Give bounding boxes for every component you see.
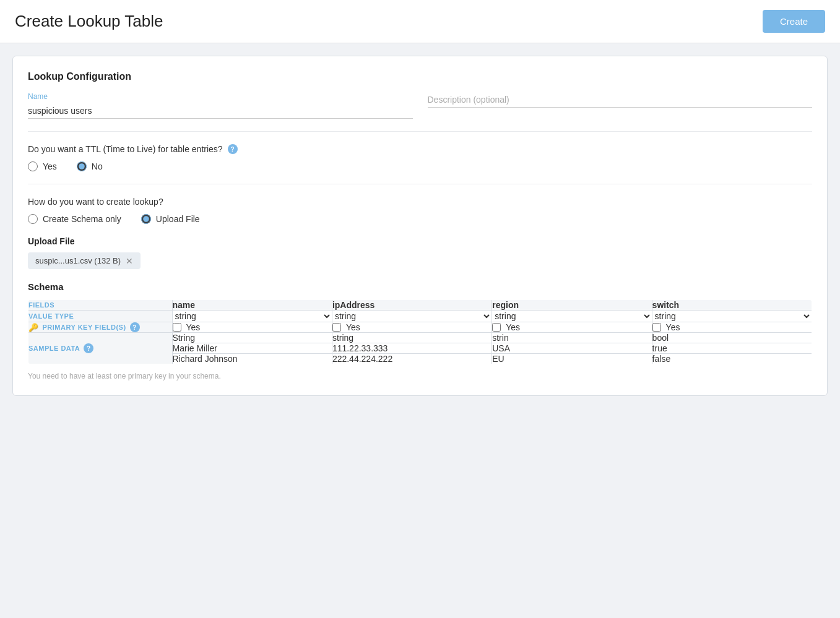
upload-file-label[interactable]: Upload File	[141, 214, 200, 224]
value-type-label: VALUE TYPE	[28, 312, 74, 320]
col-header-switch: switch	[652, 300, 812, 311]
fields-label: FIELDS	[28, 301, 54, 309]
sample-data-ipaddress-row1: string	[332, 333, 491, 343]
schema-only-text: Create Schema only	[43, 214, 121, 224]
value-type-switch-select[interactable]: string number boolean date	[652, 311, 812, 322]
ttl-no-radio[interactable]	[77, 161, 87, 171]
create-method-question-row: How do you want to create lookup?	[28, 197, 812, 207]
schema-table: FIELDS name ipAddress region switch	[28, 299, 812, 364]
ttl-yes-label[interactable]: Yes	[28, 161, 57, 171]
col-switch-text: switch	[652, 300, 680, 310]
description-input[interactable]	[428, 92, 813, 108]
primary-key-label: PRIMARY KEY FIELD(S)	[43, 324, 126, 331]
value-type-switch-cell: string number boolean date	[652, 311, 812, 322]
page-header: Create Lookup Table Create	[0, 0, 840, 43]
file-chip: suspic...us1.csv (132 B) ✕	[28, 252, 141, 269]
create-button[interactable]: Create	[763, 10, 825, 33]
sample-data-region-row3: EU	[492, 354, 652, 364]
sample-data-name-row3: Richard Johnson	[172, 354, 332, 364]
sample-data-ipaddress-row3: 222.44.224.222	[332, 354, 491, 364]
sample-data-region-row2: USA	[492, 343, 652, 354]
name-group: Name	[28, 92, 413, 119]
col-header-name: name	[172, 300, 332, 311]
sample-data-name-row2: Marie Miller	[172, 343, 332, 354]
ttl-help-icon: ?	[228, 144, 238, 154]
file-chip-name: suspic...us1.csv (132 B)	[35, 256, 121, 265]
value-type-row-header: VALUE TYPE	[28, 311, 173, 322]
file-chip-remove-button[interactable]: ✕	[126, 257, 133, 265]
page-title: Create Lookup Table	[15, 12, 163, 31]
sample-data-switch-row2: true	[652, 343, 812, 354]
divider-2	[28, 184, 812, 184]
upload-section-label: Upload File	[28, 236, 812, 246]
divider-1	[28, 131, 812, 132]
primary-key-switch-cell: Yes	[652, 322, 812, 333]
value-type-region-cell: string number boolean date	[492, 311, 652, 322]
upload-section: Upload File suspic...us1.csv (132 B) ✕	[28, 236, 812, 269]
value-type-ipaddress-select[interactable]: string number boolean date	[332, 311, 491, 322]
value-type-row: VALUE TYPE string number boolean date st…	[28, 311, 812, 322]
schema-section: Schema FIELDS name ipAddress region	[28, 281, 812, 380]
ttl-no-text: No	[92, 161, 103, 171]
col-header-region: region	[492, 300, 652, 311]
sample-data-help-icon: ?	[84, 343, 93, 353]
value-type-ipaddress-cell: string number boolean date	[332, 311, 491, 322]
schema-title: Schema	[28, 281, 812, 292]
col-region-text: region	[492, 300, 519, 310]
primary-key-ipaddress-cell: Yes	[332, 322, 491, 333]
sample-data-switch-row3: false	[652, 354, 812, 364]
value-type-region-select[interactable]: string number boolean date	[492, 311, 651, 322]
form-card: Lookup Configuration Name Do you want a …	[12, 56, 828, 396]
primary-key-region-checkbox[interactable]	[492, 323, 501, 332]
validation-message: You need to have at least one primary ke…	[28, 372, 812, 380]
create-method-question-text: How do you want to create lookup?	[28, 197, 163, 207]
col-ipaddress-text: ipAddress	[332, 300, 375, 310]
description-group	[428, 92, 813, 119]
name-description-row: Name	[28, 92, 812, 119]
main-content: Lookup Configuration Name Do you want a …	[0, 43, 840, 408]
primary-key-row-header: 🔑 PRIMARY KEY FIELD(S) ?	[28, 322, 173, 333]
key-icon: 🔑	[28, 323, 39, 332]
name-input[interactable]	[28, 103, 413, 119]
create-method-radio-group: Create Schema only Upload File	[28, 214, 812, 224]
name-label: Name	[28, 92, 413, 101]
sample-data-region-row1: strin	[492, 333, 652, 343]
section-title: Lookup Configuration	[28, 71, 812, 82]
fields-row: FIELDS name ipAddress region switch	[28, 300, 812, 311]
primary-key-ipaddress-checkbox[interactable]	[332, 323, 341, 332]
upload-file-radio[interactable]	[141, 214, 151, 224]
primary-key-name-yes: Yes	[186, 322, 201, 332]
primary-key-region-yes: Yes	[506, 322, 520, 332]
primary-key-switch-yes: Yes	[666, 322, 680, 332]
ttl-question-row: Do you want a TTL (Time to Live) for tab…	[28, 144, 812, 154]
ttl-no-label[interactable]: No	[77, 161, 103, 171]
schema-only-radio[interactable]	[28, 214, 38, 224]
schema-only-label[interactable]: Create Schema only	[28, 214, 121, 224]
upload-file-text: Upload File	[156, 214, 200, 224]
value-type-name-cell: string number boolean date	[172, 311, 332, 322]
ttl-radio-group: Yes No	[28, 161, 812, 171]
primary-key-region-cell: Yes	[492, 322, 652, 333]
sample-data-name-row1: String	[172, 333, 332, 343]
primary-key-name-checkbox[interactable]	[173, 323, 181, 332]
sample-data-label: SAMPLE DATA	[28, 345, 80, 352]
primary-key-name-cell: Yes	[172, 322, 332, 333]
fields-row-header: FIELDS	[28, 300, 173, 311]
primary-key-help-icon: ?	[130, 322, 140, 332]
col-header-ipaddress: ipAddress	[332, 300, 491, 311]
sample-data-ipaddress-row2: 111.22.33.333	[332, 343, 491, 354]
primary-key-switch-checkbox[interactable]	[652, 323, 661, 332]
sample-data-switch-row1: bool	[652, 333, 812, 343]
primary-key-ipaddress-yes: Yes	[346, 322, 360, 332]
col-name-text: name	[173, 300, 196, 310]
sample-data-row-header: SAMPLE DATA ?	[28, 333, 173, 364]
value-type-name-select[interactable]: string number boolean date	[173, 311, 332, 322]
ttl-yes-text: Yes	[43, 161, 57, 171]
ttl-yes-radio[interactable]	[28, 161, 38, 171]
primary-key-row: 🔑 PRIMARY KEY FIELD(S) ? Yes	[28, 322, 812, 333]
ttl-question-text: Do you want a TTL (Time to Live) for tab…	[28, 144, 223, 154]
sample-data-header-row: SAMPLE DATA ? String string strin bool	[28, 333, 812, 343]
